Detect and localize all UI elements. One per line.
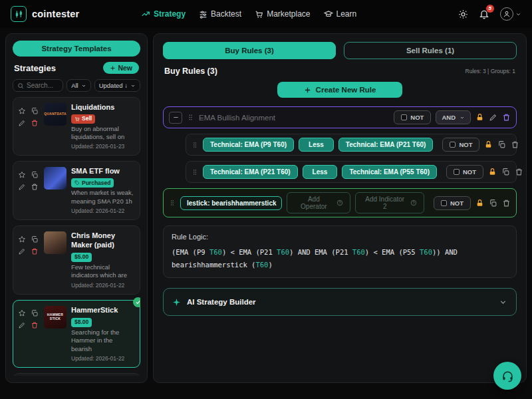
edit-icon[interactable] (18, 180, 27, 189)
nav-item-strategy[interactable]: Strategy (141, 9, 186, 19)
strategy-updated: Updated: 2026-01-22 (71, 282, 135, 289)
notification-badge: 5 (486, 5, 494, 13)
star-icon[interactable] (18, 307, 27, 316)
brand[interactable]: cointester (11, 6, 79, 22)
create-new-rule-label: Create New Rule (316, 86, 376, 94)
avatar (500, 7, 513, 21)
copy-icon[interactable] (497, 140, 506, 149)
indicator-2-button[interactable]: Technical: EMA (P55 T60) (342, 165, 437, 179)
strategy-card-chris-money-maker-paid[interactable]: Chris Money Maker (paid) $5.00 Few techn… (13, 225, 140, 295)
question-icon (336, 200, 343, 206)
minus-icon (172, 114, 180, 121)
indicator-1-button[interactable]: Technical: EMA (P21 T60) (203, 165, 298, 179)
rule-not-toggle[interactable]: NOT (442, 138, 479, 152)
edit-icon[interactable] (18, 116, 27, 125)
chevron-down-icon (460, 115, 465, 120)
chevron-down-icon (81, 83, 86, 88)
strategy-title: Chris Money Maker (paid) (71, 231, 135, 250)
trash-icon[interactable] (515, 168, 523, 176)
delete-icon[interactable] (31, 180, 39, 189)
copy-icon[interactable] (501, 168, 510, 176)
star-icon[interactable] (18, 168, 27, 177)
edit-group-icon[interactable] (489, 113, 497, 122)
edit-icon[interactable] (18, 245, 27, 253)
delete-group-icon[interactable] (502, 113, 511, 122)
new-strategy-button[interactable]: New (103, 62, 139, 74)
strategy-card-chris-money-maker[interactable]: Chris Money Maker Marketplace Few techni… (13, 373, 140, 376)
rule-group-header: EMA Bullish Alignment NOT AND (163, 106, 517, 128)
rules-tabs: Buy Rules (3) Sell Rules (1) (163, 42, 517, 59)
strategy-card-liquidations[interactable]: QUANTDATA Liquidations Sell Buy on abnor… (13, 97, 140, 156)
strategy-updated: Updated: 2026-01-23 (71, 143, 135, 150)
search-box (13, 79, 63, 92)
rule-row-2: Technical: EMA (P21 T60) Less Technical:… (186, 161, 517, 183)
delete-icon[interactable] (31, 245, 39, 253)
lock-icon[interactable] (475, 199, 484, 207)
strategy-updated: Updated: 2026-01-22 (71, 207, 135, 214)
lock-icon[interactable] (484, 140, 493, 149)
strategy-title: HammerStick (71, 306, 135, 315)
nav-item-marketplace[interactable]: Marketplace (255, 9, 310, 19)
sliders-icon (199, 10, 207, 19)
rule-logic-label: Rule Logic: (172, 233, 508, 241)
collapse-group-button[interactable] (169, 112, 182, 124)
tab-buy-rules[interactable]: Buy Rules (3) (163, 42, 336, 59)
rule-not-toggle[interactable]: NOT (446, 165, 483, 179)
copy-icon[interactable] (489, 199, 497, 207)
strategy-thumbnail (44, 167, 66, 190)
trash-icon[interactable] (511, 140, 519, 149)
strategy-card-sma-etf-flow[interactable]: SMA ETF flow Purchased When market is we… (13, 161, 140, 219)
search-input[interactable] (27, 82, 59, 89)
copy-icon[interactable] (31, 104, 39, 113)
nav-item-backtest[interactable]: Backtest (199, 9, 241, 19)
tab-sell-rules[interactable]: Sell Rules (1) (344, 42, 517, 59)
question-icon (410, 200, 417, 206)
indicator-1-button[interactable]: Technical: EMA (P9 T60) (203, 138, 294, 152)
operator-button[interactable]: Less (299, 138, 334, 152)
purchased-badge: Purchased (71, 178, 114, 188)
checkbox (441, 200, 447, 206)
trash-icon[interactable] (502, 199, 511, 207)
indicator-1-button[interactable]: lestick: bearishhammerstick (180, 196, 282, 210)
selected-check-icon (133, 297, 140, 307)
user-menu[interactable] (500, 7, 521, 21)
category-filter-select[interactable]: All (66, 79, 91, 92)
star-icon[interactable] (18, 233, 27, 241)
edit-icon[interactable] (18, 319, 27, 328)
notifications-button[interactable]: 5 (479, 9, 489, 19)
theme-toggle[interactable] (458, 9, 468, 19)
copy-icon[interactable] (31, 233, 39, 241)
checkbox (401, 114, 407, 120)
drag-handle-icon[interactable] (192, 168, 198, 176)
strategy-thumbnail: QUANTDATA (44, 103, 66, 126)
drag-handle-icon[interactable] (192, 141, 198, 149)
add-operator-button[interactable]: Add Operator (287, 192, 350, 213)
indicator-2-button[interactable]: Technical: EMA (P21 T60) (338, 138, 434, 152)
operator-button[interactable]: Less (303, 165, 338, 179)
nav-item-learn[interactable]: Learn (324, 9, 357, 19)
sort-value: Updated ↓ (99, 82, 128, 89)
drag-handle-icon[interactable] (187, 113, 194, 122)
delete-icon[interactable] (31, 319, 39, 328)
support-chat-button[interactable] (493, 362, 521, 390)
drag-handle-icon[interactable] (169, 199, 176, 207)
sort-select[interactable]: Updated ↓ (94, 79, 140, 92)
copy-icon[interactable] (31, 307, 39, 316)
ai-builder-label: AI Strategy Builder (187, 298, 256, 306)
create-new-rule-button[interactable]: Create New Rule (277, 82, 403, 98)
add-indicator-2-button[interactable]: Add Indicator 2 (355, 192, 424, 213)
lock-icon[interactable] (488, 168, 497, 176)
star-icon[interactable] (18, 104, 27, 113)
price-badge: $5.00 (71, 253, 92, 262)
group-not-toggle[interactable]: NOT (394, 110, 431, 124)
ai-strategy-builder[interactable]: AI Strategy Builder (163, 288, 517, 316)
strategy-card-hammerstick[interactable]: HAMMER STICK HammerStick $8.00 Searching… (13, 300, 140, 368)
strategy-templates-button[interactable]: Strategy Templates (13, 41, 140, 57)
copy-icon[interactable] (31, 168, 39, 177)
nav-actions: 5 (458, 7, 521, 21)
price-badge: $8.00 (71, 318, 92, 327)
lock-icon[interactable] (475, 113, 484, 122)
delete-icon[interactable] (31, 116, 39, 125)
group-operator-select[interactable]: AND (436, 110, 471, 124)
rule-not-toggle[interactable]: NOT (434, 196, 471, 210)
